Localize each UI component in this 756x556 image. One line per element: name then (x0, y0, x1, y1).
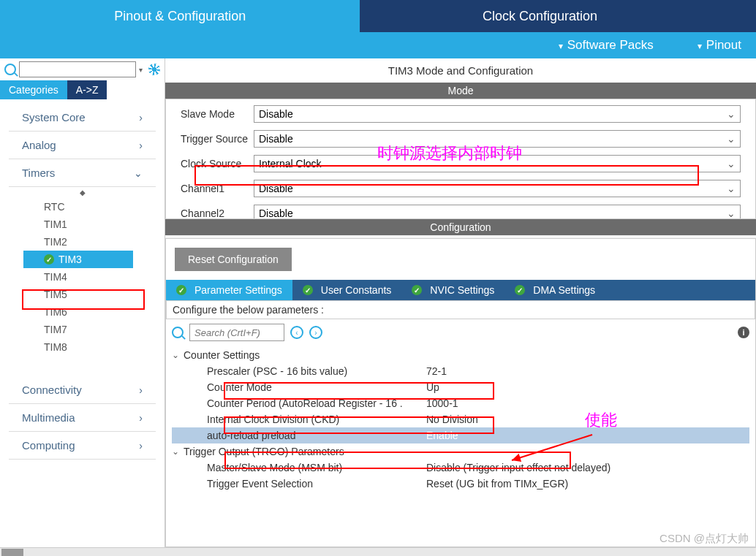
dropdown-software-packs[interactable]: Software Packs (559, 38, 654, 53)
select-slave-mode[interactable]: Disable (254, 105, 741, 123)
param-trigger-event-selection[interactable]: Trigger Event SelectionReset (UG bit fro… (172, 476, 749, 492)
select-channel1[interactable]: Disable (254, 180, 741, 197)
tab-user-constants[interactable]: User Constants (292, 280, 401, 300)
label-slave-mode: Slave Mode (181, 108, 254, 120)
tab-clock-config[interactable]: Clock Configuration (360, 0, 719, 32)
check-icon (515, 285, 525, 295)
sort-indicator-icon[interactable]: ◆ (0, 187, 165, 198)
chevron-right-icon: › (139, 440, 143, 452)
section-mode-header: Mode (165, 83, 756, 99)
category-multimedia[interactable]: Multimedia› (9, 404, 156, 432)
chevron-right-icon: › (139, 384, 143, 396)
select-trigger-source[interactable]: Disable (254, 130, 741, 148)
category-computing[interactable]: Computing› (9, 432, 156, 460)
param-counter-period[interactable]: Counter Period (AutoReload Register - 16… (172, 395, 749, 411)
chevron-right-icon: › (139, 140, 143, 151)
param-internal-clock-division[interactable]: Internal Clock Division (CKD)No Division (172, 411, 749, 427)
gear-icon[interactable] (148, 64, 160, 75)
timer-tim4[interactable]: TIM4 (44, 268, 165, 286)
timers-sublist: RTC TIM1 TIM2 TIM3 TIM4 TIM5 TIM6 TIM7 T… (0, 198, 165, 356)
group-counter-settings[interactable]: Counter Settings (172, 347, 749, 363)
check-icon (176, 285, 186, 295)
label-trigger-source: Trigger Source (181, 133, 254, 145)
tab-nvic-settings[interactable]: NVIC Settings (401, 280, 504, 300)
tab-a-to-z[interactable]: A->Z (67, 80, 107, 99)
label-channel2: Channel2 (181, 207, 254, 219)
panel-title: TIM3 Mode and Configuration (165, 58, 756, 83)
param-prescaler[interactable]: Prescaler (PSC - 16 bits value)72-1 (172, 363, 749, 379)
category-system-core[interactable]: System Core› (9, 104, 156, 132)
dropdown-pinout[interactable]: Pinout (698, 38, 741, 53)
timer-tim7[interactable]: TIM7 (44, 321, 165, 338)
search-icon (172, 327, 184, 338)
watermark: CSDN @点灯大帅 (659, 532, 749, 546)
timer-tim3[interactable]: TIM3 (23, 251, 133, 268)
timer-tim1[interactable]: TIM1 (44, 216, 165, 233)
category-search-input[interactable] (19, 61, 136, 77)
config-description: Configure the below parameters : (166, 300, 755, 319)
chevron-right-icon: › (139, 412, 143, 424)
tab-categories[interactable]: Categories (0, 80, 67, 99)
search-icon (4, 64, 16, 75)
scrollbar-thumb[interactable] (1, 549, 23, 556)
tab-parameter-settings[interactable]: Parameter Settings (166, 280, 292, 300)
category-analog[interactable]: Analog› (9, 132, 156, 159)
timer-tim6[interactable]: TIM6 (44, 303, 165, 321)
horizontal-scrollbar[interactable] (0, 547, 756, 556)
param-auto-reload-preload[interactable]: auto-reload preloadEnable (172, 427, 749, 443)
param-search-input[interactable] (189, 324, 284, 341)
group-trigger-output[interactable]: Trigger Output (TRGO) Parameters (172, 443, 749, 460)
label-channel1: Channel1 (181, 183, 254, 194)
mode-panel: Slave ModeDisable Trigger SourceDisable … (165, 99, 756, 219)
select-clock-source[interactable]: Internal Clock (254, 155, 741, 172)
check-icon (303, 285, 313, 295)
chevron-down-icon: ⌄ (134, 167, 143, 179)
tab-overflow (720, 0, 756, 32)
tab-dma-settings[interactable]: DMA Settings (504, 280, 605, 300)
timer-tim5[interactable]: TIM5 (44, 286, 165, 303)
category-connectivity[interactable]: Connectivity› (9, 376, 156, 404)
prev-match-button[interactable]: ‹ (290, 326, 303, 339)
param-master-slave-mode[interactable]: Master/Slave Mode (MSM bit)Disable (Trig… (172, 460, 749, 476)
label-clock-source: Clock Source (181, 158, 254, 170)
search-dropdown-icon[interactable]: ▾ (139, 66, 143, 74)
reset-configuration-button[interactable]: Reset Configuration (175, 248, 292, 271)
select-channel2[interactable]: Disable (254, 205, 741, 219)
timer-tim2[interactable]: TIM2 (44, 233, 165, 251)
timer-rtc[interactable]: RTC (44, 198, 165, 216)
info-icon[interactable]: i (738, 327, 749, 338)
check-icon (44, 254, 54, 264)
section-config-header: Configuration (165, 219, 756, 235)
check-icon (412, 285, 422, 295)
param-counter-mode[interactable]: Counter ModeUp (172, 379, 749, 395)
category-timers[interactable]: Timers⌄ (9, 159, 156, 187)
tab-pinout-config[interactable]: Pinout & Configuration (0, 0, 360, 32)
next-match-button[interactable]: › (309, 326, 322, 339)
timer-tim8[interactable]: TIM8 (44, 338, 165, 356)
chevron-right-icon: › (139, 112, 143, 123)
